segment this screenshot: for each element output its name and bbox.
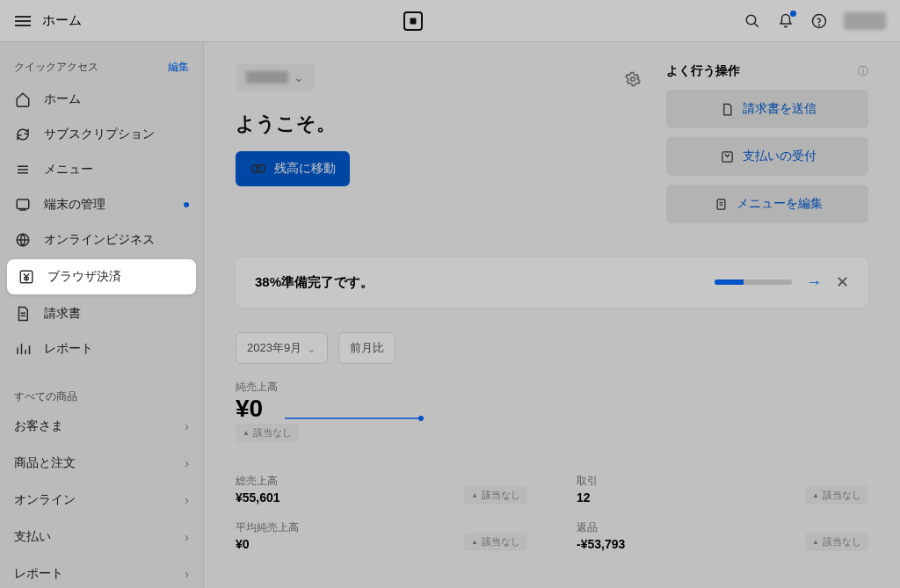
stat-label: 総売上高 (236, 474, 280, 489)
qa-take-payment-button[interactable]: 支払いの受付 (666, 137, 868, 176)
sidebar-cat-items[interactable]: 商品と注文› (0, 445, 203, 482)
svg-point-18 (257, 167, 260, 171)
chevron-down-icon: ⌄ (294, 70, 304, 84)
svg-point-19 (631, 77, 635, 82)
notifications-icon[interactable] (777, 12, 795, 30)
sidebar-cat-label: 商品と注文 (14, 455, 76, 471)
sidebar-cat-online[interactable]: オンライン› (0, 482, 203, 519)
location-selector[interactable]: ⌄ (236, 63, 315, 91)
sidebar-item-menu[interactable]: メニュー (0, 152, 203, 187)
all-items-label: すべての商品 (0, 379, 203, 408)
go-to-balance-button[interactable]: 残高に移動 (236, 151, 350, 186)
sidebar-cat-payments[interactable]: 支払い› (0, 519, 203, 555)
sidebar-item-label: オンラインビジネス (44, 232, 155, 248)
period-filter[interactable]: 2023年9月 ⌄ (236, 332, 328, 364)
sidebar-item-home[interactable]: ホーム (0, 82, 203, 117)
chart-icon (14, 340, 32, 358)
compare-label: 前月比 (350, 340, 384, 356)
stat-label: 取引 (577, 474, 598, 489)
qa-send-invoice-button[interactable]: 請求書を送信 (666, 90, 868, 128)
period-label: 2023年9月 (247, 340, 301, 356)
menu-toggle-icon[interactable] (14, 12, 32, 30)
primary-metric: 純売上高 ¥0 該当なし (236, 380, 868, 442)
sidebar-item-label: 請求書 (44, 306, 81, 322)
stat-transactions: 取引12 該当なし (577, 474, 868, 505)
home-icon (14, 91, 32, 108)
sidebar-item-label: ブラウザ決済 (47, 269, 121, 285)
progress-fill (715, 279, 744, 285)
metric-label: 純売上高 (236, 380, 868, 395)
invoice-icon (718, 100, 736, 118)
sidebar: クイックアクセス 編集 ホーム サブスクリプション メニュー 端末の管理 オンラ… (0, 42, 204, 588)
page-title: ホーム (42, 12, 82, 29)
search-icon[interactable] (744, 12, 761, 30)
svg-point-25 (418, 416, 424, 421)
stat-value: 12 (577, 490, 598, 505)
sidebar-cat-customers[interactable]: お客さま› (0, 408, 203, 445)
quick-actions-panel: よく行う操作 ⓘ 請求書を送信 支払いの受付 メニューを編集 (666, 63, 868, 232)
sidebar-item-label: ホーム (44, 91, 81, 107)
stat-avg-net: 平均純売上高¥0 該当なし (236, 520, 527, 551)
sidebar-cat-reports[interactable]: レポート› (0, 555, 203, 588)
merchant-menu[interactable] (844, 12, 886, 30)
sidebar-item-label: メニュー (44, 162, 93, 178)
globe-icon (14, 231, 32, 249)
money-icon (250, 160, 267, 178)
arrow-right-icon[interactable]: → (806, 273, 822, 292)
sidebar-item-terminals[interactable]: 端末の管理 (0, 187, 203, 222)
settings-icon[interactable] (624, 70, 642, 88)
progress-text: 38%準備完了です。 (255, 274, 700, 291)
invoice-icon (14, 305, 32, 323)
sidebar-item-online[interactable]: オンラインビジネス (0, 222, 203, 258)
compare-filter[interactable]: 前月比 (338, 332, 396, 364)
na-badge: 該当なし (805, 533, 868, 551)
stats-grid: 総売上高¥55,601 該当なし 取引12 該当なし 平均純売上高¥0 該当なし… (236, 474, 868, 551)
main-content: ⌄ ようこそ。 残高に移動 よく行う操作 ⓘ 請求書を送信 (204, 42, 900, 588)
sparkline-chart (285, 404, 425, 422)
na-badge: 該当なし (464, 533, 527, 551)
quick-actions-title: よく行う操作 (666, 63, 740, 79)
edit-quick-access-link[interactable]: 編集 (168, 60, 189, 75)
sidebar-item-reports[interactable]: レポート (0, 331, 203, 367)
sidebar-cat-label: 支払い (14, 529, 51, 545)
sidebar-item-invoices[interactable]: 請求書 (0, 296, 203, 331)
chevron-down-icon: ⌄ (307, 342, 316, 355)
stat-value: ¥55,601 (236, 490, 280, 505)
yen-square-icon (18, 268, 35, 286)
na-badge: 該当なし (464, 486, 527, 505)
info-icon[interactable]: ⓘ (858, 64, 868, 79)
qa-button-label: メニューを編集 (737, 196, 823, 212)
chevron-right-icon: › (185, 493, 189, 507)
square-logo-icon[interactable] (403, 11, 423, 31)
quick-access-label: クイックアクセス (14, 60, 98, 75)
chevron-right-icon: › (185, 530, 189, 544)
svg-point-3 (819, 25, 820, 25)
list-icon (14, 161, 32, 178)
na-badge: 該当なし (236, 424, 299, 442)
na-badge: 該当なし (805, 486, 868, 505)
stat-label: 返品 (577, 520, 625, 535)
clipboard-icon (712, 195, 729, 213)
close-icon[interactable]: ✕ (836, 272, 849, 292)
sidebar-cat-label: お客さま (14, 418, 63, 434)
terminal-icon (14, 196, 32, 214)
qa-button-label: 請求書を送信 (743, 101, 817, 117)
help-icon[interactable] (810, 12, 828, 30)
stat-value: ¥0 (236, 537, 299, 551)
sidebar-item-label: サブスクリプション (44, 127, 155, 142)
stat-label: 平均純売上高 (236, 520, 299, 535)
qa-button-label: 支払いの受付 (743, 149, 817, 164)
yen-square-icon (718, 148, 736, 165)
welcome-heading: ようこそ。 (236, 111, 599, 137)
chevron-right-icon: › (185, 456, 189, 470)
sidebar-item-label: レポート (44, 341, 93, 357)
svg-line-1 (754, 23, 758, 27)
sidebar-cat-label: レポート (14, 566, 63, 582)
sidebar-cat-label: オンライン (14, 492, 76, 508)
setup-progress-card[interactable]: 38%準備完了です。 → ✕ (236, 257, 868, 308)
stat-value: -¥53,793 (577, 537, 625, 551)
qa-edit-menu-button[interactable]: メニューを編集 (666, 185, 868, 223)
sidebar-item-virtual-terminal[interactable]: ブラウザ決済 (7, 259, 196, 294)
metric-value: ¥0 (236, 395, 263, 422)
sidebar-item-subscription[interactable]: サブスクリプション (0, 117, 203, 152)
